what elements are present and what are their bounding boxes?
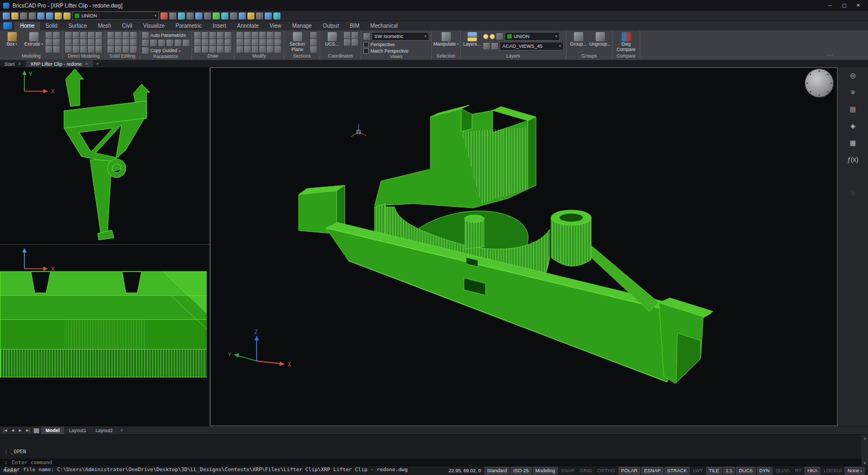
ribbon-icon[interactable] bbox=[496, 33, 503, 40]
ribbon-icon[interactable] bbox=[267, 32, 273, 39]
undo-icon[interactable] bbox=[37, 12, 44, 20]
ribbon-icon[interactable] bbox=[344, 32, 350, 39]
toolbar-icon[interactable] bbox=[169, 12, 176, 20]
viewport-3d[interactable]: Z Y X bbox=[210, 67, 838, 426]
ribbon-icon[interactable] bbox=[237, 46, 243, 53]
ribbon-icon[interactable] bbox=[237, 32, 243, 39]
ribbon-icon[interactable] bbox=[244, 46, 251, 53]
toolbar-icon[interactable] bbox=[195, 12, 202, 20]
ribbon-icon[interactable] bbox=[209, 39, 216, 46]
command-input-row[interactable]: : bbox=[0, 459, 861, 466]
ribbon-icon[interactable] bbox=[158, 40, 165, 46]
ribbon-icon[interactable] bbox=[46, 39, 52, 46]
view-cube-icon[interactable] bbox=[363, 33, 370, 40]
ribbon-icon[interactable] bbox=[107, 32, 114, 39]
ucs-button[interactable]: UCS... bbox=[322, 31, 342, 47]
ribbon-icon[interactable] bbox=[88, 39, 94, 46]
attachments-panel-icon[interactable]: ◈ bbox=[850, 122, 855, 130]
doc-tab-start[interactable]: Start ✕ bbox=[0, 60, 26, 67]
ribbon-icon[interactable] bbox=[202, 46, 208, 53]
toolbar-icon[interactable] bbox=[221, 12, 228, 20]
ribbon-icon[interactable] bbox=[115, 32, 122, 39]
group-label-views[interactable]: Views bbox=[363, 54, 429, 60]
ribbon-icon[interactable] bbox=[80, 32, 87, 39]
ribbon-icon[interactable] bbox=[73, 46, 79, 53]
properties-panel-icon[interactable]: ≡ bbox=[851, 88, 854, 96]
group-label-modify[interactable]: Modify bbox=[237, 53, 282, 60]
ribbon-icon[interactable] bbox=[310, 39, 317, 46]
ribbon-icon[interactable] bbox=[267, 39, 273, 46]
render-panel-icon[interactable]: ◎ bbox=[850, 72, 856, 79]
box-tool-button[interactable]: Box▾ bbox=[2, 31, 22, 47]
layer-sun-icon[interactable] bbox=[63, 12, 71, 20]
ribbon-icon[interactable] bbox=[123, 46, 129, 53]
saved-views-combo[interactable]: ACAD_VIEWS_45 ▾ bbox=[500, 42, 564, 50]
ribbon-icon[interactable] bbox=[217, 39, 224, 46]
copy-guided-button[interactable]: Copy Guided ▾ bbox=[142, 47, 189, 54]
ribbon-icon[interactable] bbox=[46, 32, 52, 39]
navigation-ball[interactable] bbox=[803, 68, 835, 99]
ribbon-icon[interactable] bbox=[194, 39, 201, 46]
ribbon-icon[interactable] bbox=[53, 39, 60, 46]
ribbon-icon[interactable] bbox=[310, 46, 317, 53]
ribbon-icon[interactable] bbox=[107, 46, 114, 53]
3d-model[interactable] bbox=[210, 68, 837, 426]
manipulate-button[interactable]: Manipulate▾ bbox=[434, 31, 458, 47]
group-label-selection[interactable]: Selection bbox=[434, 53, 458, 60]
tab-bim[interactable]: BIM bbox=[344, 22, 365, 30]
ribbon-icon[interactable] bbox=[80, 39, 87, 46]
ribbon-overflow-button[interactable]: ··· bbox=[826, 52, 833, 58]
perspective-checkbox[interactable]: Perspective bbox=[363, 42, 429, 47]
ribbon-icon[interactable] bbox=[95, 46, 102, 53]
command-scrollbar[interactable]: ▲ ▼ bbox=[861, 435, 868, 466]
ribbon-icon[interactable] bbox=[259, 46, 266, 53]
group-label-layers[interactable]: Layers bbox=[463, 53, 564, 60]
ribbon-icon[interactable] bbox=[183, 40, 189, 46]
ribbon-icon[interactable] bbox=[259, 32, 266, 39]
toolbar-icon[interactable] bbox=[256, 12, 263, 20]
ribbon-icon[interactable] bbox=[225, 39, 231, 46]
ribbon-icon[interactable] bbox=[310, 32, 317, 39]
ribbon-icon[interactable] bbox=[252, 32, 258, 39]
tab-solid[interactable]: Solid bbox=[40, 22, 63, 30]
tab-visualize[interactable]: Visualize bbox=[138, 22, 170, 30]
ribbon-icon[interactable] bbox=[150, 40, 157, 46]
ribbon-icon[interactable] bbox=[115, 39, 122, 46]
scroll-down-icon[interactable]: ▼ bbox=[864, 461, 866, 465]
print-icon[interactable] bbox=[29, 12, 36, 20]
ribbon-icon[interactable] bbox=[492, 43, 498, 49]
ribbon-icon[interactable] bbox=[275, 32, 281, 39]
layout-list-icon[interactable] bbox=[34, 428, 39, 433]
tab-parametric[interactable]: Parametric bbox=[170, 22, 207, 30]
ribbon-icon[interactable] bbox=[344, 39, 350, 46]
ribbon-icon[interactable] bbox=[483, 43, 490, 49]
ribbon-icon[interactable] bbox=[130, 46, 137, 53]
tab-manage[interactable]: Manage bbox=[287, 22, 317, 30]
ribbon-icon[interactable] bbox=[202, 32, 208, 39]
layout2-tab[interactable]: Layout2 bbox=[91, 427, 117, 434]
doc-tab-active[interactable]: XRP Lifter Clip - redone ✕ bbox=[26, 60, 93, 67]
group-label-draw[interactable]: Draw bbox=[194, 53, 232, 60]
layers-button[interactable]: Layers... bbox=[463, 31, 481, 47]
ribbon-icon[interactable] bbox=[65, 46, 72, 53]
layers-panel-icon[interactable]: ▤ bbox=[850, 105, 856, 113]
tab-mesh[interactable]: Mesh bbox=[92, 22, 116, 30]
new-file-icon[interactable] bbox=[3, 12, 10, 20]
ribbon-icon[interactable] bbox=[175, 40, 181, 46]
tab-civil[interactable]: Civil bbox=[117, 22, 138, 30]
ribbon-icon[interactable] bbox=[352, 39, 358, 46]
ribbon-icon[interactable] bbox=[130, 32, 137, 39]
group-label-groups[interactable]: Groups bbox=[569, 53, 610, 60]
help-icon[interactable] bbox=[273, 12, 280, 20]
ribbon-icon[interactable] bbox=[115, 46, 122, 53]
group-label-coordinates[interactable]: Coordinates bbox=[322, 53, 359, 60]
ribbon-icon[interactable] bbox=[352, 32, 358, 39]
ribbon-icon[interactable] bbox=[95, 39, 102, 46]
minimize-button[interactable]: ─ bbox=[824, 1, 837, 10]
ribbon-icon[interactable] bbox=[167, 40, 173, 46]
last-layout-button[interactable]: ▶| bbox=[24, 428, 31, 433]
group-label-compare[interactable]: Compare bbox=[615, 53, 637, 60]
ribbon-icon[interactable] bbox=[275, 46, 281, 53]
layer-combo[interactable]: UNION ▾ bbox=[505, 32, 560, 41]
viewport-front-view[interactable]: X bbox=[0, 245, 209, 426]
